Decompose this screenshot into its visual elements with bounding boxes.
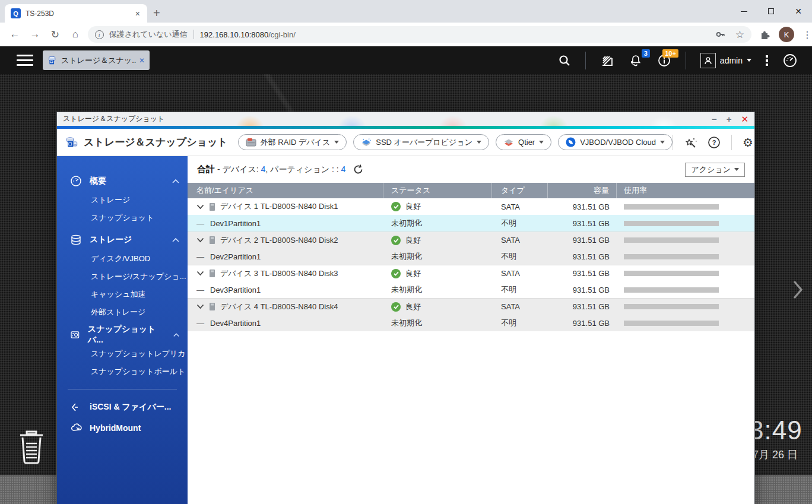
- chevron-up-icon[interactable]: [172, 179, 179, 183]
- user-icon: [700, 53, 716, 68]
- taskbar-app-tab-label: ストレージ＆スナッ...: [61, 55, 137, 66]
- qtier-button[interactable]: Qtier: [496, 134, 551, 150]
- qnap-favicon: Q: [11, 8, 21, 18]
- main-panel: 合計 - デバイス: 4, パーティション : : 4 アクション 名前/エイリ…: [188, 156, 754, 504]
- refresh-icon[interactable]: [353, 164, 364, 175]
- column-name[interactable]: 名前/エイリアス: [188, 183, 383, 198]
- disk-icon: [209, 202, 215, 211]
- status-ok-icon: [391, 236, 401, 245]
- search-icon[interactable]: [558, 54, 571, 67]
- browser-menu-icon[interactable]: ⋮: [803, 29, 812, 40]
- recycle-bin-icon[interactable]: [17, 429, 46, 465]
- notification-badge: 3: [642, 49, 650, 58]
- sidebar-section-overview[interactable]: 概要: [57, 170, 188, 191]
- qts-taskbar: ストレージ＆スナッ... ✕ 3 10+ admin: [0, 46, 812, 74]
- taskbar-app-tab[interactable]: ストレージ＆スナッ... ✕: [43, 50, 150, 70]
- table-row-partition[interactable]: — Dev3Partition1 未初期化 不明 931.51 GB: [188, 281, 754, 298]
- table-row-partition[interactable]: — Dev4Partition1 未初期化 不明 931.51 GB: [188, 315, 754, 331]
- chevron-down-icon: [660, 141, 665, 144]
- browser-tab[interactable]: Q TS-253D ×: [5, 4, 147, 23]
- sidebar-item-iscsi-fibre[interactable]: iSCSI & ファイバー...: [57, 397, 188, 417]
- sidebar-item-snapshot-overview[interactable]: スナップショット: [57, 209, 188, 227]
- sidebar-item-hybridmount[interactable]: HybridMount: [57, 417, 188, 438]
- usage-bar: [624, 221, 719, 226]
- site-info-icon[interactable]: i: [95, 30, 104, 39]
- sidebar-item-disks-vjbod[interactable]: ディスク/VJBOD: [57, 250, 188, 268]
- alerts-button[interactable]: 10+: [657, 53, 671, 68]
- sidebar-item-storage-snapshots[interactable]: ストレージ/スナップショ...: [57, 268, 188, 286]
- column-type[interactable]: タイプ: [492, 183, 548, 198]
- browser-urlbar: ← → ↻ ⌂ i 保護されていない通信 192.168.10.10:8080 …: [0, 23, 812, 46]
- chevron-down-icon: [477, 141, 481, 144]
- ssd-overprovisioning-button[interactable]: SSD オーバープロビジョン: [353, 134, 489, 150]
- taskbar-tab-close-icon[interactable]: ✕: [139, 56, 145, 65]
- table-row-device[interactable]: デバイス 3 TL-D800S-N840 Disk3 良好 SATA 931.5…: [188, 265, 754, 281]
- storage-app-icon: [47, 55, 58, 65]
- browser-maximize-button[interactable]: [757, 0, 785, 23]
- browser-minimize-button[interactable]: [730, 0, 757, 23]
- screen: Q TS-253D × + ✕ ← → ↻ ⌂ i 保護されていない通信 192…: [0, 0, 812, 504]
- window-titlebar[interactable]: ストレージ＆スナップショット − + ✕: [57, 112, 754, 126]
- address-bar[interactable]: i 保護されていない通信 192.168.10.10:8080 /cgi-bin…: [88, 26, 751, 43]
- back-icon[interactable]: ←: [5, 28, 25, 40]
- cloud-mount-icon: [70, 422, 82, 434]
- reload-icon[interactable]: ↻: [45, 28, 65, 41]
- chevron-down-icon[interactable]: [196, 204, 204, 210]
- action-button[interactable]: アクション: [685, 163, 745, 177]
- external-raid-button[interactable]: 外部 RAID デバイス: [238, 134, 347, 150]
- browser-tab-title: TS-253D: [26, 9, 134, 18]
- sidebar-item-snapshot-vault[interactable]: スナップショットボールト: [57, 363, 188, 381]
- tab-close-icon[interactable]: ×: [134, 9, 141, 18]
- home-icon[interactable]: ⌂: [65, 28, 85, 40]
- chevron-down-icon[interactable]: [196, 237, 204, 243]
- column-status[interactable]: ステータス: [383, 183, 492, 198]
- extensions-puzzle-icon[interactable]: [760, 29, 770, 40]
- sidebar-item-snapshot-replica[interactable]: スナップショットレプリカ: [57, 345, 188, 363]
- window-close-button[interactable]: ✕: [741, 115, 748, 123]
- forward-icon[interactable]: →: [25, 28, 45, 40]
- main-menu-icon[interactable]: [17, 55, 33, 66]
- browser-close-button[interactable]: ✕: [785, 0, 812, 23]
- bookmark-star-icon[interactable]: ☆: [735, 28, 744, 41]
- sidebar-item-cache-acceleration[interactable]: キャッシュ加速: [57, 286, 188, 303]
- chevron-down-icon[interactable]: [196, 304, 204, 309]
- table-row-device[interactable]: デバイス 2 TL-D800S-N840 Disk2 良好 SATA 931.5…: [188, 232, 754, 248]
- global-settings-gear-icon[interactable]: ⚙: [743, 135, 753, 150]
- desktop-clock: 3:49 7月 26 日: [749, 416, 803, 462]
- tree-branch: —: [196, 219, 204, 228]
- sidebar-section-snapshot-backup[interactable]: スナップショットバ...: [57, 324, 188, 345]
- vjbod-button[interactable]: VJBOD/VJBOD Cloud: [558, 134, 673, 150]
- url-host: 192.168.10.10:8080: [200, 30, 269, 39]
- background-tasks-icon[interactable]: [600, 53, 614, 68]
- window-maximize-button[interactable]: +: [727, 115, 732, 123]
- table-row-partition[interactable]: — Dev2Partition1 未初期化 不明 931.51 GB: [188, 248, 754, 265]
- window-minimize-button[interactable]: −: [712, 115, 717, 123]
- disk-icon: [209, 236, 215, 245]
- window-sidebar: 概要 ストレージ スナップショット ストレージ ディスク/VJBOD ストレージ…: [57, 156, 188, 504]
- notifications-button[interactable]: 3: [629, 53, 643, 68]
- external-raid-icon: [246, 138, 256, 147]
- taskbar-divider: [686, 52, 686, 69]
- chevron-down-icon: [734, 168, 739, 171]
- column-usage[interactable]: 使用率: [617, 183, 754, 198]
- sidebar-item-external-storage[interactable]: 外部ストレージ: [57, 303, 188, 321]
- password-key-icon[interactable]: [715, 29, 726, 40]
- sidebar-section-storage[interactable]: ストレージ: [57, 229, 188, 250]
- next-desktop-chevron-icon[interactable]: [792, 279, 804, 300]
- magic-wand-icon[interactable]: [684, 136, 697, 149]
- chevron-up-icon[interactable]: [173, 332, 179, 337]
- help-icon[interactable]: ?: [708, 136, 721, 149]
- column-capacity[interactable]: 容量: [548, 183, 617, 198]
- more-options-icon[interactable]: [766, 55, 768, 66]
- chevron-down-icon[interactable]: [196, 271, 204, 276]
- browser-profile-avatar[interactable]: K: [779, 27, 794, 42]
- sidebar-item-storage-overview[interactable]: ストレージ: [57, 191, 188, 209]
- table-row-device[interactable]: デバイス 1 TL-D800S-N840 Disk1 良好 SATA 931.5…: [188, 198, 754, 215]
- table-row-partition[interactable]: — Dev1Partition1 未初期化 不明 931.51 GB: [188, 215, 754, 232]
- chevron-up-icon[interactable]: [172, 237, 179, 242]
- resource-monitor-icon[interactable]: [782, 53, 798, 68]
- user-menu[interactable]: admin: [700, 53, 751, 68]
- table-row-device[interactable]: デバイス 4 TL-D800S-N840 Disk4 良好 SATA 931.5…: [188, 298, 754, 315]
- new-tab-button[interactable]: +: [153, 5, 160, 21]
- disk-icon: [209, 269, 215, 278]
